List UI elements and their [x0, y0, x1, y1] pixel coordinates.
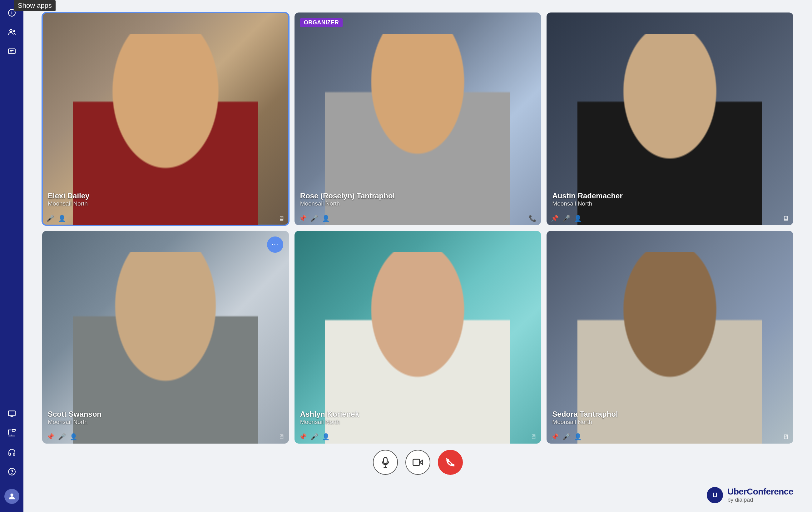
mic-icon-sedora[interactable]: 🎤 — [562, 433, 570, 440]
sidebar-item-screen[interactable] — [4, 406, 20, 421]
sidebar-item-chat[interactable] — [4, 44, 20, 59]
mic-icon-scott[interactable]: 🎤 — [58, 433, 66, 440]
person-icon-ashlyn[interactable]: 👤 — [322, 433, 330, 440]
user-avatar[interactable] — [4, 489, 19, 504]
screen-icon-austin[interactable]: 🖥 — [783, 215, 789, 222]
video-tile-elexi: Elexi Dailey Moonsail North 🎤 👤 🖥 — [42, 12, 289, 225]
phone-icon-rose[interactable]: 📞 — [529, 215, 536, 222]
branding-text: UberConference by dialpad — [727, 487, 793, 503]
mute-button[interactable] — [373, 450, 398, 475]
organizer-badge-rose: ORGANIZER — [300, 18, 343, 27]
person-shape-elexi — [73, 34, 258, 225]
sidebar: Show apps — [0, 0, 23, 512]
pin-icon-rose[interactable]: 📌 — [299, 215, 307, 222]
video-tile-scott: ⋯ Scott Swanson Moonsail North 📌 🎤 👤 🖥 — [42, 231, 289, 444]
screen-icon-ashlyn[interactable]: 🖥 — [530, 433, 536, 440]
main-content: Elexi Dailey Moonsail North 🎤 👤 🖥 ORGANI… — [23, 0, 812, 512]
tile-controls-rose: 📌 🎤 👤 📞 — [294, 215, 541, 222]
svg-rect-5 — [8, 49, 15, 53]
branding: U UberConference by dialpad — [707, 487, 793, 503]
video-button[interactable] — [405, 450, 430, 475]
mic-icon-ashlyn[interactable]: 🎤 — [311, 433, 318, 440]
video-tile-sedora: Sedora Tantraphol Moonsail North 📌 🎤 👤 🖥 — [547, 231, 793, 444]
show-apps-tooltip: Show apps — [14, 0, 56, 11]
pin-icon-ashlyn[interactable]: 📌 — [299, 433, 307, 440]
branding-logo: U — [707, 487, 723, 503]
video-tile-rose: ORGANIZER Rose (Roselyn) Tantraphol Moon… — [294, 12, 541, 225]
name-label-scott: Scott Swanson Moonsail North — [48, 410, 102, 425]
name-label-austin: Austin Rademacher Moonsail North — [552, 192, 622, 207]
person-icon-scott[interactable]: 👤 — [70, 433, 78, 440]
tile-controls-sedora: 📌 🎤 👤 🖥 — [547, 433, 793, 440]
person-icon-sedora[interactable]: 👤 — [574, 433, 582, 440]
person-icon-austin[interactable]: 👤 — [574, 215, 582, 222]
screen-icon-sedora[interactable]: 🖥 — [783, 433, 789, 440]
bottom-control-bar — [42, 444, 793, 478]
tile-controls-scott: 📌 🎤 👤 🖥 — [42, 433, 289, 440]
person-icon-rose[interactable]: 👤 — [322, 215, 330, 222]
pin-icon-scott[interactable]: 📌 — [47, 433, 54, 440]
pin-icon-sedora[interactable]: 📌 — [551, 433, 559, 440]
svg-point-2 — [11, 10, 12, 11]
more-options-button-scott[interactable]: ⋯ — [267, 236, 283, 253]
mic-icon-elexi[interactable]: 🎤 — [47, 215, 54, 222]
screen-icon-elexi[interactable]: 🖥 — [278, 215, 285, 222]
mic-icon-austin[interactable]: 🎤 — [562, 215, 570, 222]
name-label-sedora: Sedora Tantraphol Moonsail North — [552, 410, 618, 425]
svg-point-4 — [13, 30, 14, 32]
tile-controls-austin: 📌 🎤 👤 🖥 — [547, 215, 793, 222]
name-label-ashlyn: Ashlyn Korienek Moonsail North — [300, 410, 359, 425]
screen-icon-scott[interactable]: 🖥 — [278, 433, 285, 440]
end-call-button[interactable] — [438, 450, 463, 475]
sidebar-item-headset[interactable] — [4, 445, 20, 460]
video-tile-ashlyn: Ashlyn Korienek Moonsail North 📌 🎤 👤 🖥 — [294, 231, 541, 444]
svg-point-12 — [10, 493, 13, 496]
sidebar-item-present[interactable] — [4, 425, 20, 441]
svg-point-3 — [9, 29, 12, 32]
svg-marker-15 — [419, 460, 423, 464]
sidebar-item-help[interactable] — [4, 464, 20, 480]
pin-icon-austin[interactable]: 📌 — [551, 215, 559, 222]
video-grid: Elexi Dailey Moonsail North 🎤 👤 🖥 ORGANI… — [42, 12, 793, 444]
tile-controls-elexi: 🎤 👤 🖥 — [42, 215, 289, 222]
video-tile-austin: Austin Rademacher Moonsail North 📌 🎤 👤 🖥 — [547, 12, 793, 225]
name-label-elexi: Elexi Dailey Moonsail North — [48, 192, 89, 207]
tile-controls-ashlyn: 📌 🎤 👤 🖥 — [294, 433, 541, 440]
mic-icon-rose[interactable]: 🎤 — [311, 215, 318, 222]
person-icon-elexi[interactable]: 👤 — [58, 215, 66, 222]
name-label-rose: Rose (Roselyn) Tantraphol Moonsail North — [300, 192, 395, 207]
svg-rect-6 — [8, 411, 15, 416]
sidebar-item-people[interactable] — [4, 24, 20, 40]
svg-rect-16 — [413, 459, 419, 465]
